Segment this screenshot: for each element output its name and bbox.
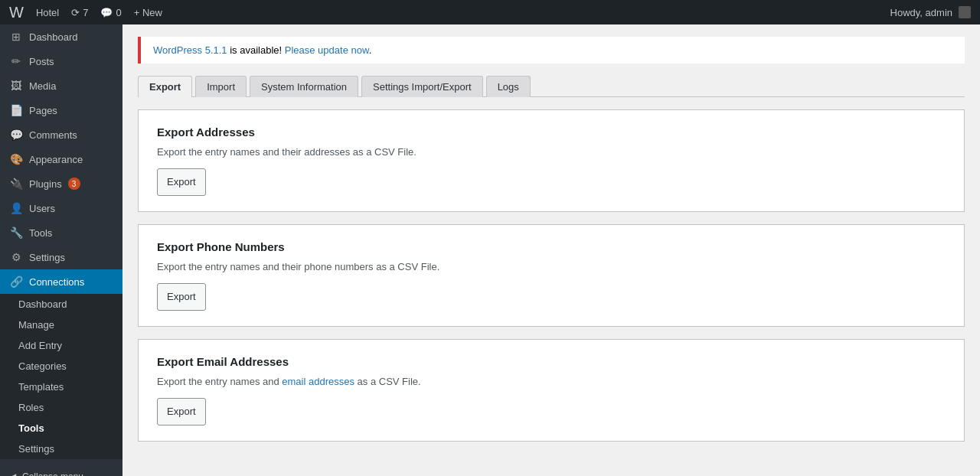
connections-icon: 🔗 xyxy=(9,275,23,288)
submenu-item-settings[interactable]: Settings xyxy=(0,439,122,459)
settings-icon: ⚙ xyxy=(9,251,23,263)
plugins-badge: 3 xyxy=(68,178,80,190)
email-addresses-link[interactable]: email addresses xyxy=(282,376,354,387)
sidebar-item-plugins[interactable]: 🔌 Plugins 3 xyxy=(0,171,122,196)
new-content-link[interactable]: + New xyxy=(134,7,162,18)
wp-version-link[interactable]: WordPress 5.1.1 xyxy=(153,44,227,56)
tab-import[interactable]: Import xyxy=(195,76,247,97)
collapse-menu-button[interactable]: ◀ Collapse menu xyxy=(0,465,122,476)
media-icon: 🖼 xyxy=(9,80,23,92)
sidebar-item-pages[interactable]: 📄 Pages xyxy=(0,98,122,122)
sidebar-item-users[interactable]: 👤 Users xyxy=(0,196,122,220)
tab-system-information[interactable]: System Information xyxy=(250,76,358,97)
export-addresses-section: Export Addresses Export the entry names … xyxy=(138,109,965,212)
site-name-link[interactable]: Hotel xyxy=(36,7,59,18)
admin-bar: W Hotel ⟳ 7 💬 0 + New Howdy, admin xyxy=(0,0,980,24)
comments-link[interactable]: 💬 0 xyxy=(100,7,121,18)
tools-icon: 🔧 xyxy=(9,227,23,239)
export-phone-description: Export the entry names and their phone n… xyxy=(157,261,946,272)
export-email-section: Export Email Addresses Export the entry … xyxy=(138,339,965,442)
tab-settings-import-export[interactable]: Settings Import/Export xyxy=(361,76,483,97)
export-email-button[interactable]: Export xyxy=(157,398,206,425)
sidebar-item-dashboard[interactable]: ⊞ Dashboard xyxy=(0,24,122,49)
pages-icon: 📄 xyxy=(9,104,23,116)
submenu-item-templates[interactable]: Templates xyxy=(0,377,122,397)
dashboard-icon: ⊞ xyxy=(9,31,23,43)
submenu-item-manage[interactable]: Manage xyxy=(0,315,122,335)
main-content: WordPress 5.1.1 is available! Please upd… xyxy=(122,24,980,476)
export-email-description: Export the entry names and email address… xyxy=(157,376,946,387)
wp-logo[interactable]: W xyxy=(9,4,24,21)
tab-bar: Export Import System Information Setting… xyxy=(138,76,965,97)
submenu-item-categories[interactable]: Categories xyxy=(0,356,122,377)
sidebar-item-appearance[interactable]: 🎨 Appearance xyxy=(0,147,122,171)
updates-link[interactable]: ⟳ 7 xyxy=(71,7,88,18)
comments-icon: 💬 xyxy=(9,129,23,141)
export-phone-title: Export Phone Numbers xyxy=(157,240,946,253)
export-phone-button[interactable]: Export xyxy=(157,283,206,311)
howdy-text: Howdy, admin xyxy=(890,7,952,18)
tab-logs[interactable]: Logs xyxy=(486,76,531,97)
admin-sidebar: ⊞ Dashboard ✏ Posts 🖼 Media 📄 Pages 💬 Co… xyxy=(0,24,122,476)
user-avatar[interactable] xyxy=(959,6,971,18)
export-email-title: Export Email Addresses xyxy=(157,355,946,368)
sidebar-item-settings[interactable]: ⚙ Settings xyxy=(0,245,122,269)
sidebar-item-connections[interactable]: 🔗 Connections xyxy=(0,269,122,294)
submenu-item-add-entry[interactable]: Add Entry xyxy=(0,335,122,356)
content-sections: Export Addresses Export the entry names … xyxy=(138,97,965,442)
sidebar-item-media[interactable]: 🖼 Media xyxy=(0,73,122,98)
submenu-item-roles[interactable]: Roles xyxy=(0,397,122,418)
export-addresses-description: Export the entry names and their address… xyxy=(157,146,946,158)
appearance-icon: 🎨 xyxy=(9,153,23,165)
update-now-link[interactable]: Please update now xyxy=(285,44,369,56)
sidebar-item-comments[interactable]: 💬 Comments xyxy=(0,122,122,147)
plugins-icon: 🔌 xyxy=(9,178,23,190)
submenu-item-tools[interactable]: Tools xyxy=(0,418,122,439)
posts-icon: ✏ xyxy=(9,55,23,67)
collapse-icon: ◀ xyxy=(9,471,16,476)
export-addresses-button[interactable]: Export xyxy=(157,168,206,196)
sidebar-item-tools[interactable]: 🔧 Tools xyxy=(0,220,122,245)
tab-export[interactable]: Export xyxy=(138,76,192,97)
export-addresses-title: Export Addresses xyxy=(157,126,946,139)
export-phone-section: Export Phone Numbers Export the entry na… xyxy=(138,224,965,327)
connections-submenu: Dashboard Manage Add Entry Categories Te… xyxy=(0,294,122,459)
update-notice: WordPress 5.1.1 is available! Please upd… xyxy=(138,37,965,64)
users-icon: 👤 xyxy=(9,202,23,214)
submenu-item-dashboard[interactable]: Dashboard xyxy=(0,294,122,315)
sidebar-item-posts[interactable]: ✏ Posts xyxy=(0,49,122,73)
